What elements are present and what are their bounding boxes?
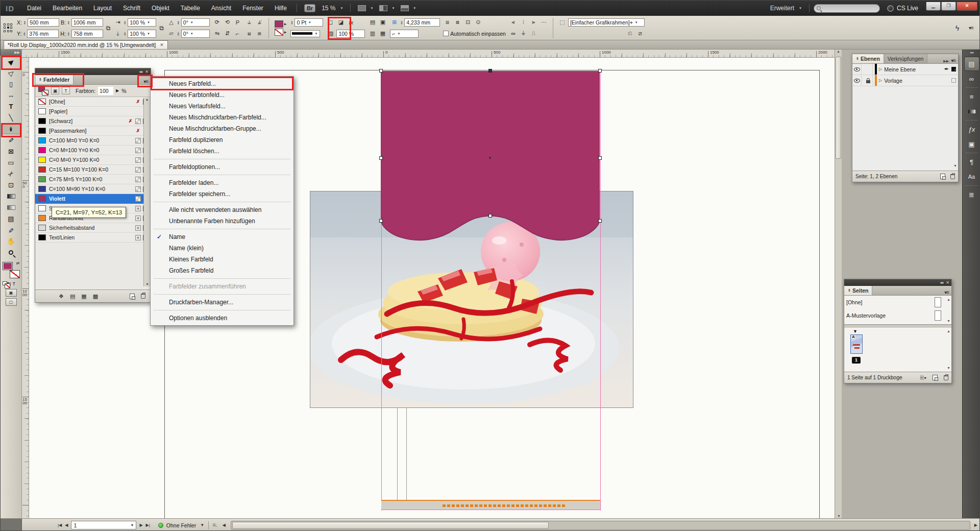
menu-item-neues-verlaufsfeld-[interactable]: Neues Verlaufsfeld...	[151, 101, 293, 112]
lines-panel-icon[interactable]: ≣	[965, 188, 979, 201]
menu-item-kleines-farbfeld[interactable]: Kleines Farbfeld	[151, 254, 293, 265]
width-spinner[interactable]	[67, 20, 70, 25]
swatch-row-c-15-m-100-y-100-k-0[interactable]: C=15 M=100 Y=100 K=0	[35, 165, 151, 175]
lock-cell[interactable]	[864, 64, 873, 75]
swap-fill-stroke-icon[interactable]: ⇄	[16, 261, 20, 266]
delete-layer-icon[interactable]	[950, 174, 955, 179]
panel-collapse-icon[interactable]: ◂◂	[940, 280, 943, 285]
swatch-row-text-linien[interactable]: Text/Linien	[35, 233, 151, 243]
swatch-row--schwarz-[interactable]: [Schwarz]✗	[35, 116, 151, 126]
flip-horizontal-icon[interactable]: ⇋	[213, 30, 222, 38]
opacity-field[interactable]: 100 %	[336, 30, 365, 38]
expand-triangle-icon[interactable]: ▷	[879, 78, 882, 83]
swatch-views-icon[interactable]: ❖	[59, 293, 64, 300]
object-style-dropdown[interactable]: [Einfacher Grafikrahmen]+	[568, 18, 645, 27]
visibility-cell[interactable]	[852, 75, 862, 86]
layers-panel-icon[interactable]: ▤	[965, 57, 979, 70]
delete-page-icon[interactable]	[944, 375, 948, 380]
formatting-text-icon[interactable]: T	[62, 87, 70, 94]
menu-item-farbfelder-laden-[interactable]: Farbfelder laden...	[151, 177, 293, 188]
formatting-container-icon[interactable]: ▣	[51, 87, 59, 94]
hand-tool[interactable]: ✋	[2, 235, 21, 247]
swatch-row-sicherheitsabstand[interactable]: Sicherheitsabstand	[35, 223, 151, 233]
send-back-icon[interactable]: ⩎	[255, 30, 264, 38]
layers-panel-menu-icon[interactable]	[951, 57, 955, 63]
mini-fill-stroke-icon[interactable]	[38, 86, 48, 95]
fill-frame-icon[interactable]: ⊡	[463, 18, 472, 27]
select-content-icon[interactable]: ⌐	[233, 30, 242, 38]
swatch-row-c-0-m-0-y-100-k-0[interactable]: C=0 M=0 Y=100 K=0	[35, 155, 151, 165]
menu-item-druckfarben-manager-[interactable]: Druckfarben-Manager...	[151, 297, 293, 308]
text-wrap-panel-icon[interactable]: ≡	[965, 90, 979, 103]
layers-scroll-up-icon[interactable]: ▲	[953, 67, 957, 71]
scale-x-field[interactable]: 100 %	[128, 18, 156, 27]
menu-item-farbfeldoptionen-[interactable]: Farbfeldoptionen...	[151, 161, 293, 173]
menu-item-neues-farbtonfeld-[interactable]: Neues Farbtonfeld...	[151, 89, 293, 101]
wrap-off-icon[interactable]: ▤	[368, 18, 377, 27]
page-1-thumbnail[interactable]: A	[850, 334, 863, 354]
toolbar-fill-swatch[interactable]	[3, 262, 13, 270]
close-button[interactable]: ✕	[957, 2, 977, 11]
send-backward-icon[interactable]: ⫝̸	[255, 18, 264, 27]
select-container-icon[interactable]: P	[233, 18, 242, 27]
distribute-v-icon[interactable]: ⏚	[519, 30, 528, 38]
pencil-tool[interactable]: ✎	[2, 134, 21, 146]
scale-x-spinner[interactable]	[124, 20, 126, 25]
new-page-icon[interactable]	[933, 375, 938, 380]
next-page-icon[interactable]: ▶	[139, 523, 142, 527]
gap-spinner[interactable]	[400, 20, 403, 25]
selection-tool[interactable]: ▶	[2, 56, 21, 67]
master-row-a-mustervorlage[interactable]: A-Mustervorlage	[844, 309, 951, 322]
page-transitions-icon[interactable]: ⎘▾	[920, 375, 926, 381]
align-center-icon[interactable]: ⫶	[519, 18, 528, 27]
masters-scroll-down-icon[interactable]: ▼	[947, 319, 950, 323]
menu-item-name-klein-[interactable]: Name (klein)	[151, 243, 293, 254]
stroke-weight-field[interactable]: 0 Pt	[295, 18, 323, 27]
masters-scroll-up-icon[interactable]: ▲	[947, 298, 950, 301]
shear-field[interactable]: 0°	[181, 30, 210, 38]
normal-view-button[interactable]: ▣	[6, 289, 17, 297]
distribute-h-icon[interactable]: ⏛	[509, 30, 518, 38]
bring-front-icon[interactable]: ⩏	[245, 30, 254, 38]
swatches-panel-menu-icon[interactable]	[143, 78, 148, 84]
stroke-color-swatch[interactable]	[275, 29, 283, 36]
menu-item-farbfeld-l-schen-[interactable]: Farbfeld löschen...	[151, 146, 293, 157]
preview-view-button[interactable]: ▢	[6, 298, 17, 306]
zoom-tool[interactable]	[2, 247, 21, 258]
pathfinder-panel-icon[interactable]: ▣	[965, 137, 979, 151]
menu-item-gro-es-farbfeld[interactable]: Großes Farbfeld	[151, 265, 293, 276]
menu-hilfe[interactable]: Hilfe	[269, 5, 292, 12]
master-row--ohne-[interactable]: [Ohne]	[844, 296, 951, 309]
y-spinner[interactable]	[23, 32, 26, 36]
menu-item-farbfeld-duplizieren[interactable]: Farbfeld duplizieren	[151, 134, 293, 146]
gradient-feather-tool[interactable]	[2, 202, 21, 213]
rectangle-tool[interactable]: ▭	[2, 157, 21, 168]
horizontal-scrollbar[interactable]	[231, 521, 970, 530]
swatch-row-c-100-m-0-y-0-k-0[interactable]: C=100 M=0 Y=0 K=0	[35, 136, 151, 146]
vertical-ruler[interactable]: 050010001500	[22, 58, 29, 518]
panel-collapse-icon[interactable]	[943, 57, 949, 63]
height-field[interactable]: 758 mm	[71, 30, 103, 38]
search-input[interactable]	[814, 4, 880, 13]
note-tool[interactable]: ▤	[2, 213, 21, 224]
page-number-dropdown[interactable]: 1▼	[71, 521, 136, 529]
eyedropper-tool[interactable]: ✐	[2, 224, 21, 235]
rotation-spinner[interactable]	[177, 20, 180, 25]
stroke-weight-spinner[interactable]	[290, 20, 293, 25]
scissors-tool[interactable]: ✂	[2, 168, 21, 179]
swatch-row--ohne-[interactable]: [Ohne]✗	[35, 97, 151, 107]
type-tool[interactable]: T	[2, 101, 21, 112]
menu-schrift[interactable]: Schrift	[117, 5, 146, 12]
effects-panel-icon[interactable]: ƒx	[965, 123, 979, 136]
line-tool[interactable]: ╲	[2, 112, 21, 123]
layer-row-vorlage[interactable]: ▷Vorlage	[852, 75, 958, 86]
swatch-row-violett[interactable]: Violett	[35, 194, 151, 204]
vertical-scrollbar-thumb[interactable]	[836, 57, 841, 159]
handle-bottom-left[interactable]	[379, 219, 383, 223]
corner-options-icon[interactable]: ◻	[326, 18, 335, 27]
direct-selection-tool[interactable]: ▷	[2, 67, 21, 78]
center-content-icon[interactable]: ⊙	[474, 18, 482, 27]
layers-scroll-down-icon[interactable]: ▼	[953, 164, 957, 167]
new-layer-icon[interactable]	[940, 174, 945, 179]
gap-field[interactable]: 4,233 mm	[404, 18, 440, 27]
